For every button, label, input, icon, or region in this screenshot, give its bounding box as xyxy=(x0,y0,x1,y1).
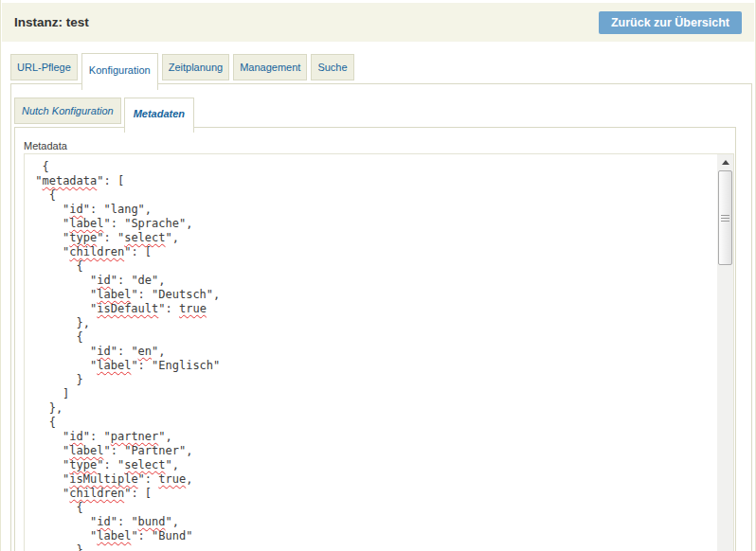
code-line: { xyxy=(28,259,715,274)
tab-konfiguration[interactable]: Konfiguration xyxy=(81,53,158,90)
sub-tab-bar: Nutch Konfiguration Metadaten xyxy=(14,96,197,127)
page: Instanz: test Zurück zur Übersicht URL-P… xyxy=(0,0,756,551)
tab-url-pflege[interactable]: URL-Pflege xyxy=(10,54,78,80)
code-line: "id": "partner", xyxy=(28,430,715,444)
tab-suche[interactable]: Suche xyxy=(311,54,353,80)
code-line: "id": "de", xyxy=(28,274,715,288)
code-line: }, xyxy=(28,316,715,330)
code-line: "metadata": [ xyxy=(28,174,715,188)
code-line: "children": [ xyxy=(28,245,715,259)
back-to-overview-button[interactable]: Zurück zur Übersicht xyxy=(599,11,742,34)
code-line: { xyxy=(28,330,715,345)
up-arrow-icon xyxy=(722,160,729,165)
tab-nutch-konfiguration[interactable]: Nutch Konfiguration xyxy=(14,98,121,124)
code-line: ] xyxy=(28,387,715,401)
tab-metadaten[interactable]: Metadaten xyxy=(124,98,194,133)
header-bar: Instanz: test Zurück zur Übersicht xyxy=(2,3,754,42)
konfiguration-panel: Nutch Konfiguration Metadaten Metadata {… xyxy=(10,83,752,551)
code-line: "isMultiple": true, xyxy=(28,472,715,487)
tab-management[interactable]: Management xyxy=(233,54,307,80)
metadata-textarea[interactable]: { "metadata": [ { "id": "lang", "label":… xyxy=(24,153,734,551)
scrollbar-up-button[interactable] xyxy=(717,154,733,170)
code-line: { xyxy=(28,501,715,515)
code-line: "id": "en", xyxy=(28,345,715,359)
code-line: "type": "select", xyxy=(28,458,715,472)
code-line: "id": "bund", xyxy=(28,515,715,529)
code-line: "label": "Partner", xyxy=(28,444,715,458)
code-line: }, xyxy=(28,401,715,416)
tab-zeitplanung[interactable]: Zeitplanung xyxy=(162,54,230,80)
code-line: "type": "select", xyxy=(28,231,715,245)
metadata-field-label: Metadata xyxy=(24,140,67,151)
scrollbar-thumb[interactable] xyxy=(718,170,732,265)
code-line: } xyxy=(28,373,715,387)
page-title: Instanz: test xyxy=(14,15,89,29)
scrollbar-grip-icon xyxy=(721,215,729,222)
code-line: "label": "Deutsch", xyxy=(28,288,715,302)
code-line: "isDefault": true xyxy=(28,302,715,316)
code-line: "children": [ xyxy=(28,487,715,501)
code-line: "id": "lang", xyxy=(28,203,715,217)
code-line: { xyxy=(28,416,715,430)
vertical-scrollbar[interactable] xyxy=(717,154,733,551)
code-line: { xyxy=(28,188,715,203)
code-line: { xyxy=(28,160,715,174)
metadata-textarea-content[interactable]: { "metadata": [ { "id": "lang", "label":… xyxy=(25,154,717,551)
metadaten-panel: Metadata { "metadata": [ { "id": "lang",… xyxy=(14,127,736,551)
code-line: "label": "Sprache", xyxy=(28,217,715,231)
code-line: }, xyxy=(28,543,715,551)
main-tab-bar: URL-Pflege Konfiguration Zeitplanung Man… xyxy=(10,47,358,83)
code-line: "label": "Bund" xyxy=(28,529,715,543)
code-line: "label": "Englisch" xyxy=(28,359,715,373)
